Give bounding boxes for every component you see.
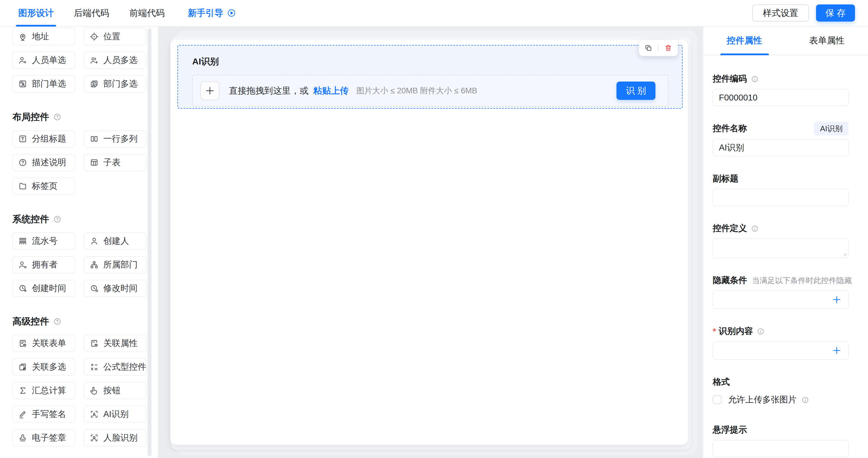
control-item-电子签章[interactable]: 电子签章 bbox=[12, 429, 75, 447]
control-code-input[interactable] bbox=[713, 89, 848, 106]
control-item-AI识别[interactable]: AI识别 bbox=[84, 406, 147, 423]
formula-icon bbox=[89, 362, 99, 372]
copy-icon bbox=[645, 44, 652, 52]
save-button[interactable]: 保 存 bbox=[816, 4, 855, 22]
control-item-所属部门[interactable]: 所属部门 bbox=[84, 256, 147, 273]
help-circle-icon bbox=[53, 113, 62, 121]
plus-icon bbox=[832, 295, 841, 304]
field-subtitle: 副标题 bbox=[713, 173, 848, 206]
control-definition-textarea[interactable] bbox=[713, 238, 848, 258]
info-circle-icon bbox=[751, 75, 759, 83]
sidebar-scrollbar[interactable] bbox=[148, 28, 151, 456]
hide-condition-box bbox=[713, 290, 848, 309]
properties-panel-tabs: 控件属性表单属性 bbox=[703, 27, 868, 55]
file-size-hint: 图片大小 ≤ 20MB 附件大小 ≤ 6MB bbox=[356, 85, 477, 96]
beginner-guide-link[interactable]: 新手引导 bbox=[188, 7, 236, 19]
field-control-code: 控件编码 bbox=[713, 73, 848, 106]
columns-icon bbox=[89, 134, 99, 144]
location-target-icon bbox=[89, 32, 99, 41]
tap-icon bbox=[89, 386, 99, 395]
component-title: AI识别 bbox=[178, 46, 682, 68]
add-file-button[interactable] bbox=[200, 81, 219, 100]
control-item-地址[interactable]: 地址 bbox=[12, 28, 75, 45]
nav-tabs: 图形设计后端代码前端代码 bbox=[17, 0, 184, 26]
info-circle-icon bbox=[757, 327, 765, 335]
control-item-部门单选[interactable]: 部门单选 bbox=[12, 75, 75, 92]
upload-dropzone[interactable]: 直接拖拽到这里，或 粘贴上传 图片大小 ≤ 20MB 附件大小 ≤ 6MB 识 … bbox=[192, 75, 669, 107]
control-item-关联多选[interactable]: 关联多选 bbox=[12, 359, 75, 376]
control-item-一行多列[interactable]: 一行多列 bbox=[84, 130, 147, 147]
control-type-badge: AI识别 bbox=[814, 122, 848, 135]
format-section: 格式 bbox=[713, 376, 848, 388]
hover-tip-input[interactable] bbox=[713, 440, 848, 457]
control-item-人脸识别[interactable]: 人脸识别 bbox=[84, 429, 147, 447]
section-header-布局控件: 布局控件 bbox=[12, 111, 158, 123]
clock-plus-icon bbox=[18, 284, 27, 293]
add-recognize-content-button[interactable] bbox=[832, 346, 841, 355]
nav-tab-后端代码[interactable]: 后端代码 bbox=[73, 0, 111, 26]
recognize-button[interactable]: 识 别 bbox=[616, 82, 655, 100]
resize-grip-icon[interactable] bbox=[842, 252, 847, 256]
control-item-人员单选[interactable]: 人员单选 bbox=[12, 52, 75, 69]
drag-hint-text: 直接拖拽到这里，或 bbox=[229, 85, 309, 97]
copy-component-button[interactable] bbox=[639, 39, 658, 56]
selected-ai-recognition-component[interactable]: AI识别 直接拖拽到这里，或 粘贴上传 图片大小 ≤ 20MB 附件大小 ≤ 6… bbox=[178, 45, 683, 109]
multi-image-option: 允许上传多张图片 bbox=[713, 394, 848, 406]
help-circle-icon bbox=[18, 158, 27, 167]
control-item-人员多选[interactable]: 人员多选 bbox=[84, 52, 147, 69]
control-item-拥有者[interactable]: 拥有者 bbox=[12, 256, 75, 273]
attr-link-icon bbox=[89, 339, 99, 348]
control-item-按钮[interactable]: 按钮 bbox=[84, 382, 147, 399]
control-item-公式型控件[interactable]: 公式型控件 bbox=[84, 359, 147, 376]
field-control-name: 控件名称 AI识别 bbox=[713, 123, 848, 156]
allow-multiple-images-label: 允许上传多张图片 bbox=[728, 394, 797, 406]
control-item-修改时间[interactable]: 修改时间 bbox=[84, 280, 147, 297]
map-pin-icon bbox=[18, 32, 27, 41]
clock-edit-icon bbox=[89, 284, 99, 293]
control-item-子表[interactable]: 子表 bbox=[84, 154, 147, 171]
form-sheet: AI识别 直接拖拽到这里，或 粘贴上传 图片大小 ≤ 20MB 附件大小 ≤ 6… bbox=[170, 40, 688, 445]
control-item-手写签名[interactable]: 手写签名 bbox=[12, 406, 75, 423]
nav-tab-前端代码[interactable]: 前端代码 bbox=[128, 0, 166, 26]
doc-link-icon bbox=[18, 339, 27, 348]
control-item-标签页[interactable]: 标签页 bbox=[12, 178, 75, 195]
paste-upload-link[interactable]: 粘贴上传 bbox=[313, 85, 349, 97]
control-item-创建人[interactable]: 创建人 bbox=[84, 233, 147, 250]
panel-tab-表单属性[interactable]: 表单属性 bbox=[786, 27, 868, 55]
navbar-actions: 样式设置 保 存 bbox=[752, 4, 855, 22]
add-hide-condition-button[interactable] bbox=[832, 295, 841, 304]
group-title-icon bbox=[18, 134, 27, 144]
nav-tab-图形设计[interactable]: 图形设计 bbox=[17, 0, 55, 26]
style-settings-button[interactable]: 样式设置 bbox=[752, 4, 809, 22]
folder-tab-icon bbox=[18, 181, 27, 191]
panel-tab-控件属性[interactable]: 控件属性 bbox=[703, 27, 786, 55]
control-item-关联表单[interactable]: 关联表单 bbox=[12, 335, 75, 352]
cards-link-icon bbox=[18, 362, 27, 372]
control-item-部门多选[interactable]: 部门多选 bbox=[84, 75, 147, 92]
control-item-汇总计算[interactable]: 汇总计算 bbox=[12, 382, 75, 399]
recognize-content-box bbox=[713, 341, 848, 360]
subtable-icon bbox=[89, 158, 99, 167]
control-item-描述说明[interactable]: 描述说明 bbox=[12, 154, 75, 171]
ai-scan-icon bbox=[89, 409, 99, 419]
delete-component-button[interactable] bbox=[659, 39, 678, 56]
section-header-系统控件: 系统控件 bbox=[12, 213, 158, 225]
control-item-位置[interactable]: 位置 bbox=[84, 28, 147, 45]
field-hover-tip: 悬浮提示 bbox=[713, 424, 848, 457]
subtitle-label: 副标题 bbox=[713, 173, 738, 185]
play-circle-icon bbox=[227, 8, 236, 18]
recognize-content-label: 识别内容 bbox=[719, 325, 753, 337]
format-label: 格式 bbox=[713, 376, 730, 388]
control-item-创建时间[interactable]: 创建时间 bbox=[12, 280, 75, 297]
control-name-input[interactable] bbox=[713, 139, 848, 156]
field-hide-condition: 隐藏条件 当满足以下条件时此控件隐藏 bbox=[713, 275, 848, 309]
allow-multiple-images-checkbox[interactable] bbox=[713, 395, 721, 404]
control-item-分组标题[interactable]: 分组标题 bbox=[12, 130, 75, 147]
control-code-label: 控件编码 bbox=[713, 73, 747, 85]
control-definition-label: 控件定义 bbox=[713, 223, 747, 234]
subtitle-input[interactable] bbox=[713, 189, 848, 206]
control-item-关联属性[interactable]: 关联属性 bbox=[84, 335, 147, 352]
control-item-流水号[interactable]: 流水号 bbox=[12, 233, 75, 250]
plus-icon bbox=[832, 346, 841, 355]
stamp-icon bbox=[18, 433, 27, 442]
